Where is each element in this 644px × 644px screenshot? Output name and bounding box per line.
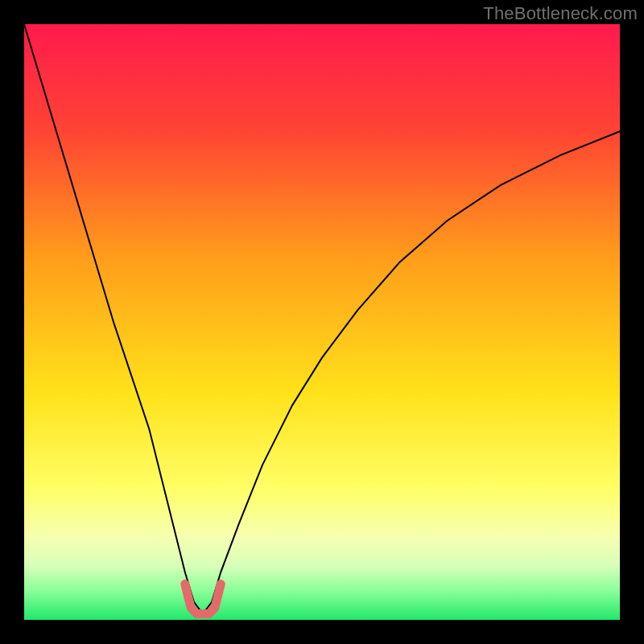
plot-area [24, 24, 620, 620]
bottleneck-curve [24, 24, 620, 614]
chart-frame: TheBottleneck.com [0, 0, 644, 644]
watermark-label: TheBottleneck.com [483, 3, 638, 24]
notch-highlight [185, 584, 221, 614]
curve-layer [24, 24, 620, 620]
